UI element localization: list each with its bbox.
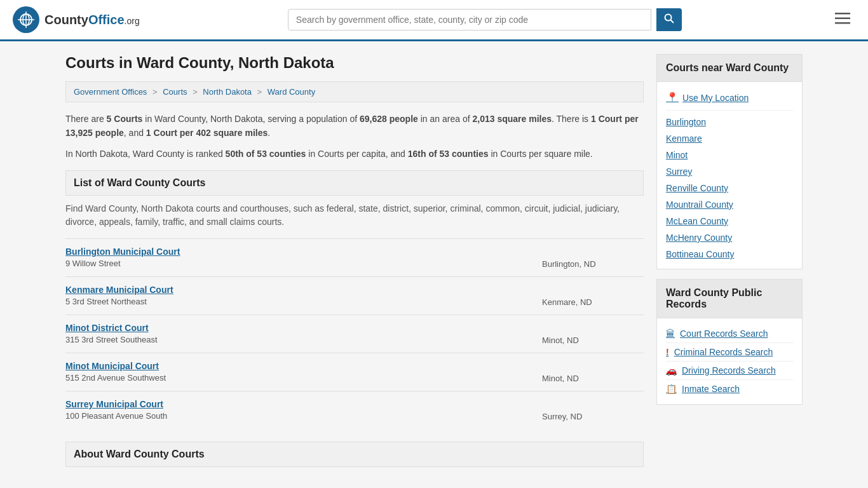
logo-area: CountyOffice.org — [13, 6, 140, 33]
logo-text: CountyOffice.org — [44, 13, 140, 27]
svg-rect-7 — [835, 13, 850, 15]
driving-records-label: Driving Records Search — [682, 365, 776, 376]
court-address-4: 515 2nd Avenue Southwest — [65, 373, 542, 383]
court-address-3: 315 3rd Street Southeast — [65, 335, 542, 344]
court-location-1: Burlington, ND — [542, 247, 644, 269]
court-address-5: 100 Pleasant Avenue South — [65, 411, 542, 421]
nearby-link-surrey[interactable]: Surrey — [666, 163, 793, 180]
nearby-link-bottineau[interactable]: Bottineau County — [666, 246, 793, 262]
menu-button[interactable] — [830, 9, 855, 30]
search-input[interactable] — [288, 9, 651, 30]
search-button[interactable] — [656, 8, 682, 31]
court-records-link[interactable]: 🏛 Court Records Search — [666, 325, 793, 342]
table-row: Minot District Court 315 3rd Street Sout… — [65, 315, 644, 353]
court-records-label: Court Records Search — [680, 329, 768, 339]
public-records-content: 🏛 Court Records Search ! Criminal Record… — [657, 318, 802, 404]
court-address-2: 5 3rd Street Northeast — [65, 297, 542, 306]
svg-line-6 — [670, 20, 674, 24]
court-location-3: Minot, ND — [542, 323, 644, 345]
summary-line2: In North Dakota, Ward County is ranked 5… — [65, 147, 644, 161]
table-row: Minot Municipal Court 515 2nd Avenue Sou… — [65, 353, 644, 391]
courts-count: 5 Courts — [107, 114, 143, 124]
nearby-link-mountrail[interactable]: Mountrail County — [666, 196, 793, 213]
logo-icon — [13, 6, 39, 33]
court-info: Minot Municipal Court 515 2nd Avenue Sou… — [65, 361, 542, 383]
nearby-label-8: Bottineau County — [666, 249, 734, 259]
criminal-records-label: Criminal Records Search — [674, 347, 773, 357]
nearby-link-renville[interactable]: Renville County — [666, 180, 793, 196]
content-area: Courts in Ward County, North Dakota Gove… — [65, 54, 644, 473]
svg-rect-9 — [835, 22, 850, 24]
court-name-3[interactable]: Minot District Court — [65, 323, 542, 333]
court-records-icon: 🏛 — [666, 329, 675, 339]
use-my-location-link[interactable]: 📍 Use My Location — [666, 88, 793, 107]
nearby-link-kenmare[interactable]: Kenmare — [666, 130, 793, 147]
nearby-label-4: Renville County — [666, 183, 728, 193]
court-name-5[interactable]: Surrey Municipal Court — [65, 399, 542, 409]
court-name-1[interactable]: Burlington Municipal Court — [65, 247, 542, 257]
location-pin-icon: 📍 — [666, 92, 679, 104]
breadcrumb-state[interactable]: North Dakota — [203, 87, 252, 97]
nearby-label-6: McLean County — [666, 216, 728, 226]
nearby-label-2: Minot — [666, 150, 688, 160]
nearby-courts-content: 📍 Use My Location Burlington Kenmare Min… — [657, 82, 802, 269]
criminal-records-link[interactable]: ! Criminal Records Search — [666, 342, 793, 361]
sidebar: Courts near Ward County 📍 Use My Locatio… — [656, 54, 803, 473]
search-area — [288, 8, 682, 31]
driving-records-icon: 🚗 — [666, 365, 677, 376]
court-address-1: 9 Willow Street — [65, 259, 542, 268]
nearby-label-5: Mountrail County — [666, 200, 733, 210]
criminal-records-icon: ! — [666, 347, 669, 357]
nearby-link-mclean[interactable]: McLean County — [666, 213, 793, 229]
driving-records-link[interactable]: 🚗 Driving Records Search — [666, 361, 793, 379]
about-section-header: About Ward County Courts — [65, 442, 644, 467]
public-records-box: Ward County Public Records 🏛 Court Recor… — [656, 279, 803, 405]
nearby-label-0: Burlington — [666, 117, 706, 127]
page-title: Courts in Ward County, North Dakota — [65, 54, 644, 72]
nearby-courts-header: Courts near Ward County — [657, 55, 802, 82]
page-header: CountyOffice.org — [0, 0, 868, 41]
table-row: Surrey Municipal Court 100 Pleasant Aven… — [65, 391, 644, 429]
table-row: Burlington Municipal Court 9 Willow Stre… — [65, 238, 644, 276]
court-info: Minot District Court 315 3rd Street Sout… — [65, 323, 542, 344]
svg-rect-8 — [835, 18, 850, 20]
summary-line1: There are 5 Courts in Ward County, North… — [65, 112, 644, 140]
inmate-search-link[interactable]: 📋 Inmate Search — [666, 379, 793, 398]
per-sqmile: 1 Court per 402 square miles — [146, 128, 268, 138]
nearby-label-1: Kenmare — [666, 133, 702, 144]
breadcrumb-gov-offices[interactable]: Government Offices — [74, 87, 147, 97]
breadcrumb-county[interactable]: Ward County — [268, 87, 315, 97]
rank-capita: 50th of 53 counties — [226, 149, 306, 159]
court-location-2: Kenmare, ND — [542, 285, 644, 307]
inmate-search-label: Inmate Search — [682, 384, 740, 394]
table-row: Kenmare Municipal Court 5 3rd Street Nor… — [65, 276, 644, 315]
court-info: Burlington Municipal Court 9 Willow Stre… — [65, 247, 542, 268]
nearby-link-mchenry[interactable]: McHenry County — [666, 229, 793, 246]
court-info: Surrey Municipal Court 100 Pleasant Aven… — [65, 399, 542, 421]
public-records-header: Ward County Public Records — [657, 280, 802, 318]
population: 69,628 people — [360, 114, 418, 124]
list-section-header: List of Ward County Courts — [65, 170, 644, 196]
court-location-4: Minot, ND — [542, 361, 644, 383]
list-description: Find Ward County, North Dakota courts an… — [65, 202, 644, 229]
nearby-courts-box: Courts near Ward County 📍 Use My Locatio… — [656, 54, 803, 269]
inmate-search-icon: 📋 — [666, 384, 677, 394]
court-info: Kenmare Municipal Court 5 3rd Street Nor… — [65, 285, 542, 306]
breadcrumb-courts[interactable]: Courts — [163, 87, 187, 97]
nearby-divider — [666, 110, 793, 111]
nearby-link-minot[interactable]: Minot — [666, 147, 793, 163]
nearby-label-7: McHenry County — [666, 233, 732, 243]
use-my-location-label: Use My Location — [682, 93, 749, 103]
court-name-2[interactable]: Kenmare Municipal Court — [65, 285, 542, 295]
breadcrumb: Government Offices > Courts > North Dako… — [65, 81, 644, 102]
court-name-4[interactable]: Minot Municipal Court — [65, 361, 542, 371]
courts-list: Burlington Municipal Court 9 Willow Stre… — [65, 238, 644, 429]
svg-point-5 — [665, 15, 671, 21]
area: 2,013 square miles — [472, 114, 552, 124]
court-location-5: Surrey, ND — [542, 399, 644, 421]
main-container: Courts in Ward County, North Dakota Gove… — [53, 41, 815, 486]
nearby-link-burlington[interactable]: Burlington — [666, 114, 793, 130]
nearby-label-3: Surrey — [666, 166, 692, 177]
rank-sqmile: 16th of 53 counties — [408, 149, 489, 159]
